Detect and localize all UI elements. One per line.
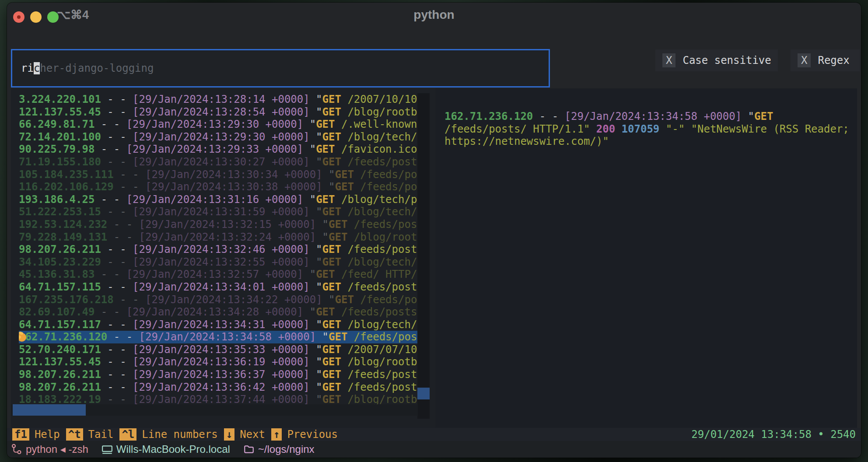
- log-segment: - -: [101, 356, 133, 368]
- log-segment: /blog/tech/: [341, 318, 417, 331]
- selected-row-pointer-icon: [19, 331, 27, 343]
- log-segment: - -: [101, 206, 133, 218]
- title-bar[interactable]: ⌥⌘4 python: [7, 3, 861, 25]
- horizontal-scrollbar-handle[interactable]: [13, 404, 86, 416]
- log-row[interactable]: 98.207.26.211 - - [29/Jan/2024:13:32:46 …: [19, 243, 418, 256]
- log-segment: /feeds/posts/ HTTP/1.1": [444, 123, 596, 135]
- log-segment: /feeds/pos: [347, 331, 417, 343]
- search-cursor: c: [34, 62, 40, 74]
- log-segment: 105.184.235.111: [19, 168, 114, 181]
- log-segment: ": [322, 168, 335, 181]
- log-segment: 121.137.55.45: [19, 106, 101, 118]
- log-segment: 71.19.155.180: [19, 156, 101, 168]
- log-segment: 98.207.26.211: [19, 243, 101, 256]
- log-segment: 200: [596, 123, 615, 135]
- log-segment: /blog/tech/: [341, 131, 417, 143]
- log-row[interactable]: 64.71.157.115 - - [29/Jan/2024:13:34:01 …: [19, 281, 418, 294]
- vertical-scrollbar[interactable]: [417, 93, 430, 419]
- log-segment: /blog/rootb: [341, 356, 417, 368]
- log-segment: GET: [329, 231, 347, 243]
- log-segment: ": [316, 331, 329, 343]
- log-row[interactable]: 79.228.149.131 - - [29/Jan/2024:13:32:24…: [19, 231, 418, 244]
- log-segment: [29/Jan/2024:13:34:22 +0000]: [145, 294, 322, 306]
- log-row[interactable]: 45.136.31.83 - - [29/Jan/2024:13:32:57 +…: [19, 268, 418, 281]
- log-segment: - -: [101, 318, 133, 331]
- log-segment: 121.137.55.45: [19, 356, 101, 368]
- log-row[interactable]: 72.14.201.100 - - [29/Jan/2024:13:29:30 …: [19, 131, 418, 144]
- log-row[interactable]: 162.71.236.120 - - [29/Jan/2024:13:34:58…: [19, 331, 418, 343]
- toggle-key-hint: X: [798, 53, 811, 67]
- log-segment: GET: [322, 343, 341, 356]
- log-segment: [29/Jan/2024:13:29:30 +0000]: [133, 131, 310, 143]
- log-segment: ": [310, 318, 322, 331]
- log-row[interactable]: 90.225.79.98 - - [29/Jan/2024:13:29:33 +…: [19, 143, 418, 156]
- log-segment: GET: [322, 206, 341, 218]
- footer-shortcut[interactable]: ^tTail: [66, 428, 114, 441]
- log-segment: GET: [316, 118, 335, 130]
- shortcut-key-badge: ↑: [271, 428, 282, 441]
- log-segment: 3.224.220.101: [19, 93, 101, 105]
- log-segment: ": [303, 193, 316, 206]
- log-row[interactable]: 116.202.106.129 - - [29/Jan/2024:13:30:3…: [19, 181, 418, 193]
- log-segment: [29/Jan/2024:13:32:46 +0000]: [133, 243, 310, 256]
- log-row[interactable]: 66.249.81.71 - - [29/Jan/2024:13:29:30 +…: [19, 118, 418, 131]
- log-segment: ": [303, 306, 316, 318]
- log-row[interactable]: 34.105.23.229 - - [29/Jan/2024:13:32:55 …: [19, 256, 418, 269]
- toggle-key-hint: X: [662, 53, 676, 67]
- log-segment: GET: [322, 281, 341, 293]
- footer-shortcut[interactable]: ↑Previous: [271, 428, 338, 441]
- log-segment: 116.202.106.129: [19, 181, 114, 193]
- desktop: { "window": { "shortcut": "⌥⌘4", "title"…: [0, 0, 868, 462]
- log-row[interactable]: 121.137.55.45 - - [29/Jan/2024:13:28:54 …: [19, 106, 418, 119]
- log-row[interactable]: 121.137.55.45 - - [29/Jan/2024:13:36:19 …: [19, 356, 418, 368]
- search-input[interactable]: richer-django-logging: [11, 49, 550, 88]
- detail-line: /feeds/posts/ HTTP/1.1" 200 107059 "-" "…: [444, 123, 849, 136]
- log-rows: 3.224.220.101 - - [29/Jan/2024:13:28:14 …: [19, 93, 418, 411]
- log-segment: 66.249.81.71: [19, 118, 94, 130]
- log-segment: ": [310, 106, 322, 118]
- log-segment: GET: [322, 256, 341, 268]
- footer-shortcut[interactable]: f1Help: [12, 428, 60, 441]
- log-row[interactable]: 167.235.176.218 - - [29/Jan/2024:13:34:2…: [19, 294, 418, 306]
- log-row[interactable]: 193.186.4.25 - - [29/Jan/2024:13:31:16 +…: [19, 193, 418, 206]
- log-row[interactable]: 52.70.240.171 - - [29/Jan/2024:13:35:33 …: [19, 343, 418, 356]
- log-segment: GET: [322, 318, 341, 331]
- log-row[interactable]: 64.71.157.117 - - [29/Jan/2024:13:34:31 …: [19, 318, 418, 331]
- log-row[interactable]: 82.69.107.49 - - [29/Jan/2024:13:34:28 +…: [19, 306, 418, 318]
- log-segment: /feeds/po: [354, 181, 417, 193]
- log-segment: /blog/tech/: [341, 256, 417, 268]
- log-segment: /feeds/post: [341, 368, 417, 381]
- folder-icon: [243, 444, 255, 455]
- footer-shortcut[interactable]: ↓Next: [224, 428, 265, 441]
- log-segment: GET: [322, 243, 341, 256]
- log-row[interactable]: 51.222.253.15 - - [29/Jan/2024:13:31:59 …: [19, 206, 418, 218]
- log-segment: ": [310, 206, 322, 218]
- detail-line: https://netnewswire.com/)": [444, 135, 849, 148]
- log-segment: [29/Jan/2024:13:34:28 +0000]: [126, 306, 304, 318]
- log-row[interactable]: 98.207.26.211 - - [29/Jan/2024:13:36:42 …: [19, 381, 418, 394]
- log-segment: 52.70.240.171: [19, 343, 101, 356]
- log-segment: [29/Jan/2024:13:36:19 +0000]: [133, 356, 310, 368]
- log-row[interactable]: 71.19.155.180 - - [29/Jan/2024:13:30:27 …: [19, 156, 418, 168]
- log-segment: ": [316, 218, 329, 231]
- log-segment: [29/Jan/2024:13:34:01 +0000]: [133, 281, 310, 293]
- log-segment: 107059: [622, 123, 660, 135]
- log-segment: 34.105.23.229: [19, 256, 101, 268]
- log-segment: [29/Jan/2024:13:32:24 +0000]: [139, 231, 316, 243]
- log-segment: GET: [322, 156, 341, 168]
- log-row[interactable]: 105.184.235.111 - - [29/Jan/2024:13:30:3…: [19, 168, 418, 181]
- regex-toggle[interactable]: XRegex: [791, 49, 860, 71]
- log-segment: 64.71.157.115: [19, 281, 101, 293]
- horizontal-scrollbar[interactable]: [11, 404, 418, 416]
- statusbar-item[interactable]: python ◂ -zsh: [11, 443, 88, 455]
- log-row[interactable]: 3.224.220.101 - - [29/Jan/2024:13:28:14 …: [19, 93, 418, 106]
- log-segment: 90.225.79.98: [19, 143, 94, 155]
- footer-bar: f1Help^tTail^lLine numbers↓Next↑Previous…: [7, 428, 861, 441]
- vertical-scrollbar-handle[interactable]: [417, 388, 430, 399]
- case-sensitive-toggle[interactable]: XCase sensitive: [655, 49, 778, 71]
- search-suggestion-text: her-django-logging: [40, 62, 154, 74]
- log-row[interactable]: 192.53.124.232 - - [29/Jan/2024:13:32:15…: [19, 218, 418, 231]
- footer-shortcut[interactable]: ^lLine numbers: [119, 428, 217, 441]
- log-row[interactable]: 98.207.26.211 - - [29/Jan/2024:13:36:37 …: [19, 368, 418, 381]
- log-segment: [29/Jan/2024:13:29:30 +0000]: [126, 118, 304, 130]
